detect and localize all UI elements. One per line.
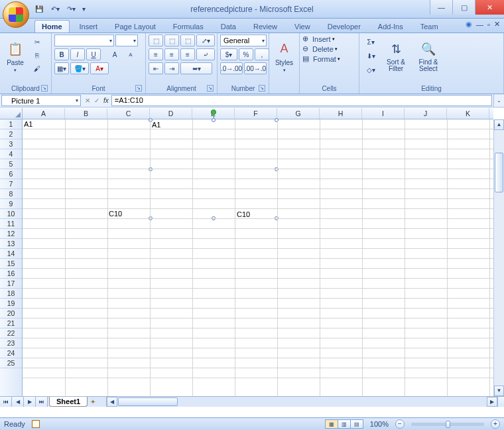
grow-font-button[interactable]: A	[107, 48, 122, 60]
find-select-button[interactable]: 🔍 Find & Select	[412, 35, 444, 78]
increase-indent-icon[interactable]: ⇥	[164, 62, 179, 74]
cells-area[interactable]: A1 C10 A1 C10	[23, 119, 493, 396]
col-header-F[interactable]: F	[235, 108, 277, 119]
clipboard-launcher-icon[interactable]: ↘	[41, 85, 48, 92]
col-header-B[interactable]: B	[65, 108, 107, 119]
row-header-23[interactable]: 23	[0, 338, 22, 348]
col-header-C[interactable]: C	[107, 108, 150, 119]
row-header-25[interactable]: 25	[0, 358, 22, 368]
row-header-19[interactable]: 19	[0, 299, 22, 309]
italic-button[interactable]: I	[70, 48, 85, 60]
office-button[interactable]	[3, 1, 29, 28]
scroll-right-icon[interactable]: ▶	[487, 397, 497, 407]
zoom-in-icon[interactable]: +	[491, 419, 500, 429]
row-header-10[interactable]: 10	[0, 209, 22, 219]
tab-developer[interactable]: Developer	[320, 20, 368, 33]
row-header-12[interactable]: 12	[0, 229, 22, 239]
col-header-K[interactable]: K	[447, 108, 489, 119]
enter-formula-icon[interactable]: ✓	[94, 97, 99, 104]
col-header-G[interactable]: G	[277, 108, 320, 119]
currency-icon[interactable]: $▾	[220, 48, 237, 60]
tab-view[interactable]: View	[287, 20, 318, 33]
help-icon[interactable]: ◉	[466, 20, 472, 29]
tab-insert[interactable]: Insert	[72, 20, 105, 33]
scroll-up-icon[interactable]: ▲	[494, 119, 504, 130]
row-header-6[interactable]: 6	[0, 169, 22, 179]
align-bottom-icon[interactable]: ⬚	[180, 35, 195, 46]
row-header-4[interactable]: 4	[0, 149, 22, 159]
font-name-combo[interactable]	[54, 35, 114, 46]
qat-save-icon[interactable]: 💾	[32, 2, 46, 17]
autosum-icon[interactable]: Σ▾	[362, 36, 379, 48]
decrease-indent-icon[interactable]: ⇤	[149, 62, 163, 74]
close-button[interactable]: ✕	[475, 0, 504, 15]
row-header-7[interactable]: 7	[0, 179, 22, 189]
increase-decimal-icon[interactable]: .0→.00	[220, 62, 243, 74]
wrap-text-icon[interactable]: ⤶	[196, 48, 215, 60]
first-sheet-icon[interactable]: ⏮	[0, 397, 12, 407]
scroll-down-icon[interactable]: ▼	[494, 386, 504, 396]
row-header-15[interactable]: 15	[0, 259, 22, 269]
prev-sheet-icon[interactable]: ◀	[12, 397, 24, 407]
qat-redo-icon[interactable]: ↷▾	[64, 2, 78, 17]
row-header-13[interactable]: 13	[0, 239, 22, 249]
align-top-icon[interactable]: ⬚	[149, 35, 163, 46]
qat-customize-icon[interactable]: ▾	[80, 2, 88, 17]
col-header-I[interactable]: I	[362, 108, 405, 119]
tab-page-layout[interactable]: Page Layout	[107, 20, 163, 33]
select-all-button[interactable]	[0, 108, 23, 119]
shrink-font-button[interactable]: A	[123, 48, 138, 60]
hscroll-thumb[interactable]	[118, 397, 178, 406]
decrease-decimal-icon[interactable]: .00→.0	[244, 62, 267, 74]
split-box[interactable]	[497, 397, 504, 407]
sheet-tab-1[interactable]: Sheet1	[49, 397, 88, 407]
row-header-8[interactable]: 8	[0, 189, 22, 199]
sort-filter-button[interactable]: ⇅ Sort & Filter	[381, 35, 410, 78]
tab-formulas[interactable]: Formulas	[166, 20, 211, 33]
format-cells-button[interactable]: Format	[310, 55, 336, 63]
page-layout-view-icon[interactable]: ▥	[338, 419, 351, 429]
picture-rotation-handle[interactable]	[211, 109, 216, 115]
macro-record-icon[interactable]	[32, 420, 40, 428]
row-header-16[interactable]: 16	[0, 269, 22, 279]
vertical-scrollbar[interactable]: ▲ ▼	[493, 119, 504, 396]
column-headers[interactable]: ABCDEFGHIJK	[23, 108, 493, 119]
font-launcher-icon[interactable]: ↘	[135, 85, 142, 92]
format-painter-icon[interactable]: 🖌	[30, 62, 44, 74]
row-header-9[interactable]: 9	[0, 199, 22, 209]
paste-button[interactable]: 📋 Paste ▾	[3, 35, 28, 78]
copy-icon[interactable]: ⎘	[30, 49, 44, 61]
name-box[interactable]: Picture 1	[1, 95, 81, 106]
row-header-1[interactable]: 1	[0, 119, 22, 129]
restore-window-icon[interactable]: ▫	[487, 21, 490, 29]
scroll-left-icon[interactable]: ◀	[107, 397, 117, 407]
next-sheet-icon[interactable]: ▶	[24, 397, 36, 407]
row-header-11[interactable]: 11	[0, 219, 22, 229]
zoom-slider[interactable]	[411, 423, 484, 426]
tab-home[interactable]: Home	[34, 20, 70, 33]
zoom-thumb[interactable]	[446, 421, 450, 428]
tab-data[interactable]: Data	[214, 20, 243, 33]
vscroll-thumb[interactable]	[495, 153, 503, 192]
minimize-button[interactable]: —	[430, 0, 452, 15]
insert-cells-button[interactable]: Insert	[310, 35, 331, 43]
tab-team[interactable]: Team	[413, 20, 446, 33]
row-header-22[interactable]: 22	[0, 328, 22, 338]
fill-color-button[interactable]: 🪣▾	[70, 62, 89, 74]
col-header-A[interactable]: A	[23, 108, 65, 119]
last-sheet-icon[interactable]: ⏭	[36, 397, 48, 407]
border-button[interactable]: ▦▾	[54, 62, 69, 74]
row-headers[interactable]: 1234567891011121314151617181920212223242…	[0, 119, 23, 396]
tab-addins[interactable]: Add-Ins	[371, 20, 410, 33]
number-format-combo[interactable]: General	[220, 35, 267, 46]
row-header-2[interactable]: 2	[0, 129, 22, 139]
underline-button[interactable]: U	[86, 48, 101, 60]
new-sheet-icon[interactable]: ✦	[88, 397, 98, 407]
fill-icon[interactable]: ⬇▾	[362, 50, 379, 62]
font-color-button[interactable]: A▾	[90, 62, 109, 74]
expand-formula-bar-icon[interactable]: ⌄	[493, 94, 504, 107]
row-header-14[interactable]: 14	[0, 249, 22, 259]
page-break-view-icon[interactable]: ▤	[350, 419, 363, 429]
fx-icon[interactable]: fx	[103, 97, 109, 104]
alignment-launcher-icon[interactable]: ↘	[207, 85, 214, 92]
